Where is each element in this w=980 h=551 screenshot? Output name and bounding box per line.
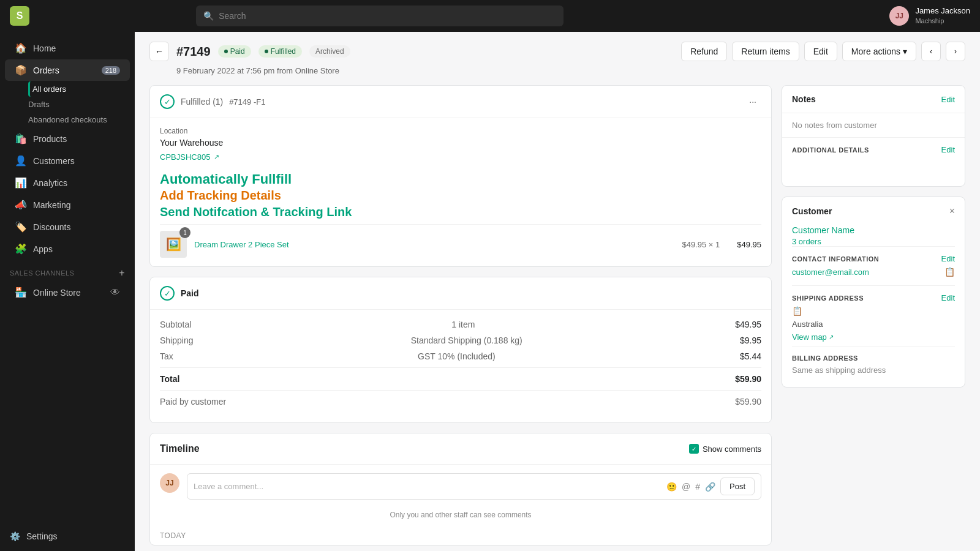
sidebar-item-all-orders[interactable]: All orders (28, 81, 135, 97)
attachment-icon[interactable]: 🔗 (705, 482, 715, 492)
chevron-down-icon: ▾ (903, 47, 907, 56)
notes-edit-button[interactable]: Edit (941, 95, 955, 104)
comment-icons: 🙂 @ # 🔗 (666, 482, 715, 492)
sidebar-item-apps[interactable]: 🧩 Apps (5, 238, 130, 260)
sidebar-item-drafts[interactable]: Drafts (28, 97, 135, 112)
timeline-card: Timeline ✓ Show comments JJ (149, 433, 772, 545)
customer-name-link[interactable]: Customer Name (792, 225, 955, 235)
payment-body: Subtotal 1 item $49.95 Shipping Standard… (150, 310, 771, 422)
return-items-button[interactable]: Return items (732, 42, 799, 61)
billing-label: BILLING ADDRESS (792, 354, 858, 362)
search-input[interactable] (219, 11, 556, 21)
post-button[interactable]: Post (720, 478, 755, 495)
fulfillment-more-button[interactable]: ··· (744, 94, 761, 109)
mention-icon[interactable]: @ (682, 482, 690, 492)
fulfilled-badge: Fulfilled (258, 45, 302, 58)
fulfillment-title: Fulfilled (1) #7149 -F1 (181, 97, 738, 107)
billing-section: BILLING ADDRESS Same as shipping address (792, 347, 955, 380)
sidebar-item-settings[interactable]: ⚙️ Settings (0, 527, 135, 546)
email-row: customer@email.com 📋 (792, 267, 955, 277)
sidebar-item-online-store[interactable]: 🏪 Online Store 👁 (5, 282, 130, 303)
hashtag-icon[interactable]: # (695, 482, 700, 492)
product-unit-price: $49.95 × 1 (682, 240, 720, 249)
sidebar-item-home[interactable]: 🏠 Home (5, 37, 130, 59)
additional-details-label: ADDITIONAL DETAILS (792, 146, 869, 154)
shopify-logo: S (10, 6, 29, 26)
contact-label: CONTACT INFORMATION (792, 255, 879, 263)
copy-email-icon[interactable]: 📋 (944, 267, 955, 277)
edit-button[interactable]: Edit (804, 42, 837, 61)
sidebar-item-discounts[interactable]: 🏷️ Discounts (5, 216, 130, 238)
customer-title: Customer (792, 206, 832, 216)
close-customer-button[interactable]: × (949, 206, 955, 217)
product-name: Dream Drawer 2 Piece Set (194, 239, 665, 249)
online-store-settings-icon[interactable]: 👁 (110, 287, 120, 298)
contact-header-row: CONTACT INFORMATION Edit (792, 254, 955, 263)
search-bar[interactable]: 🔍 (196, 6, 564, 26)
customer-body: Customer Name 3 orders CONTACT INFORMATI… (782, 225, 965, 387)
product-icon: 🖼️ (166, 237, 181, 252)
shipping-header-row: SHIPPING ADDRESS Edit (792, 293, 955, 302)
email-link[interactable]: customer@email.com (792, 268, 869, 277)
orders-submenu: All orders Drafts Abandoned checkouts (0, 81, 135, 127)
customer-header: Customer × (782, 197, 965, 225)
prev-order-button[interactable]: ‹ (921, 42, 941, 61)
sidebar-item-products[interactable]: 🛍️ Products (5, 128, 130, 149)
emoji-icon[interactable]: 🙂 (666, 482, 677, 492)
user-name: James Jackson (915, 6, 970, 17)
back-button[interactable]: ← (149, 42, 169, 61)
contact-edit-button[interactable]: Edit (941, 254, 955, 263)
paid-row: Paid by customer $59.90 (160, 390, 761, 407)
next-order-button[interactable]: › (946, 42, 965, 61)
orders-badge: 218 (102, 66, 120, 75)
sidebar-item-customers[interactable]: 👤 Customers (5, 150, 130, 171)
avatar: JJ (889, 6, 909, 26)
fulfilled-check-icon: ✓ (160, 94, 175, 109)
contact-section: CONTACT INFORMATION Edit customer@email.… (792, 246, 955, 285)
order-number: #7149 (176, 45, 211, 59)
comment-input-wrapper: 🙂 @ # 🔗 Post (187, 473, 761, 500)
shipping-amount: $9.95 (740, 335, 761, 345)
view-map-link[interactable]: View map ↗ (792, 332, 834, 342)
customer-card: Customer × Customer Name 3 orders CONTAC… (782, 197, 965, 388)
right-column: Notes Edit No notes from customer ADDITI… (782, 85, 965, 551)
paid-dot (224, 50, 228, 53)
sidebar-item-marketing[interactable]: 📣 Marketing (5, 194, 130, 216)
shipping-label: Shipping (160, 335, 194, 345)
show-comments-checkbox[interactable]: ✓ (689, 444, 699, 454)
product-link[interactable]: Dream Drawer 2 Piece Set (194, 240, 289, 249)
shipping-edit-button[interactable]: Edit (941, 293, 955, 302)
subtotal-label: Subtotal (160, 320, 191, 329)
subtotal-amount: $49.95 (735, 320, 761, 329)
sidebar-item-abandoned-checkouts[interactable]: Abandoned checkouts (28, 112, 135, 127)
tracking-link[interactable]: CPBJSHC805 (160, 152, 210, 162)
settings-icon: ⚙️ (10, 531, 20, 541)
marketing-icon: 📣 (15, 199, 27, 211)
tracking-link-row: CPBJSHC805 ↗ (160, 152, 761, 162)
order-actions: Refund Return items Edit More actions ▾ … (681, 42, 965, 61)
additional-details-edit-button[interactable]: Edit (941, 145, 955, 154)
show-comments-label: Show comments (703, 444, 761, 454)
total-label: Total (160, 374, 735, 384)
sidebar-item-orders[interactable]: 📦 Orders 218 (5, 59, 130, 81)
external-map-icon: ↗ (829, 334, 834, 340)
more-actions-button[interactable]: More actions ▾ (842, 42, 916, 61)
add-sales-channel-button[interactable]: + (119, 268, 125, 279)
notes-header: Notes Edit (782, 86, 965, 113)
customer-orders-link[interactable]: 3 orders (792, 237, 821, 246)
copy-address-icon[interactable]: 📋 (792, 306, 802, 316)
tax-amount: $5.44 (740, 351, 761, 361)
sidebar-item-analytics[interactable]: 📊 Analytics (5, 172, 130, 193)
shipping-label: SHIPPING ADDRESS (792, 294, 864, 302)
shipping-row: Shipping Standard Shipping (0.188 kg) $9… (160, 335, 761, 345)
content-grid: ✓ Fulfilled (1) #7149 -F1 ··· Location Y… (149, 85, 965, 551)
total-amount: $59.90 (735, 374, 761, 384)
send-notif-text: Send Notifcation & Tracking Link (160, 205, 761, 219)
comment-input[interactable] (194, 482, 662, 491)
total-row: Total $59.90 (160, 367, 761, 384)
comment-area: JJ 🙂 @ # 🔗 Post (150, 465, 771, 508)
fulfillment-card: ✓ Fulfilled (1) #7149 -F1 ··· Location Y… (149, 85, 772, 267)
sidebar-item-label: Apps (33, 244, 53, 254)
refund-button[interactable]: Refund (681, 42, 727, 61)
sidebar-item-label: Analytics (33, 178, 67, 188)
